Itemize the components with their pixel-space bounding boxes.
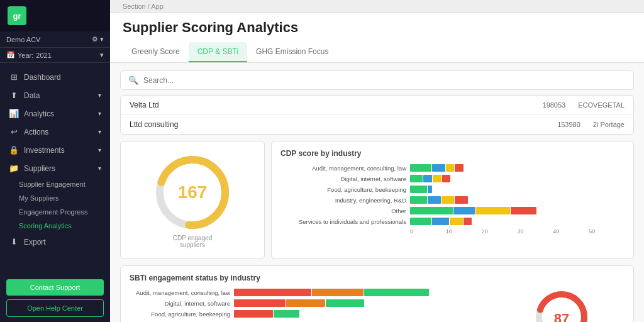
contact-support-button[interactable]: Contact Support <box>6 279 104 296</box>
bar-segment <box>455 164 464 172</box>
bar-segment <box>410 207 453 214</box>
supplier-name: Velta Ltd <box>130 101 530 109</box>
bar-segment <box>450 218 462 225</box>
sidebar-item-label: Actions <box>24 128 48 136</box>
sidebar-item-investments[interactable]: 🔒 Investments ▾ <box>0 141 110 159</box>
year-selector[interactable]: 📅 Year: 2021 ▾ <box>0 48 110 63</box>
chevron-down-icon: ▾ <box>98 110 101 117</box>
bar-row: Industry, engineering, R&D <box>280 196 625 204</box>
bar-segment <box>364 289 429 296</box>
bar-label: Services to individuals and professional… <box>280 218 406 225</box>
sidebar-item-label: Export <box>24 238 46 247</box>
bar-row: Digital, internet, software <box>280 175 625 182</box>
year-value: 2021 <box>36 52 51 59</box>
bar-segment <box>455 196 467 204</box>
bar-segment <box>274 310 299 318</box>
chevron-down-icon: ▾ <box>98 92 101 99</box>
bar-row: Food, agriculture, beekeeping <box>130 310 492 318</box>
bar-segments <box>234 310 492 318</box>
main-content: Section / App Supplier Scoring Analytics… <box>110 0 644 322</box>
analytics-grid: 167 CDP engaged suppliers CDP score by i… <box>120 141 634 259</box>
sub-item-label: Scoring Analytics <box>19 222 72 230</box>
bar-label: Audit, management, consulting, law <box>130 289 230 296</box>
sidebar-item-supplier-engagement[interactable]: Supplier Engagement <box>0 177 110 191</box>
tab-greenly-score[interactable]: Greenly Score <box>123 42 189 62</box>
sidebar-item-label: Data <box>24 91 40 100</box>
sidebar-item-analytics[interactable]: 📊 Analytics ▾ <box>0 104 110 123</box>
bar-segments <box>410 218 625 225</box>
bar-segment <box>410 196 427 204</box>
bar-row: Audit, management, consulting, law <box>280 164 625 172</box>
sidebar-item-data[interactable]: ⬆ Data ▾ <box>0 86 110 104</box>
page-title: Supplier Scoring Analytics <box>123 19 631 36</box>
bar-segment <box>410 175 423 182</box>
bar-segments <box>410 164 625 172</box>
chevron-down-icon: ▾ <box>98 165 101 172</box>
search-input[interactable] <box>143 76 626 85</box>
supplier-id: 153980 <box>557 121 580 128</box>
account-selector[interactable]: Demo ACV ⚙ ▾ <box>0 31 110 48</box>
bar-segment <box>464 218 472 225</box>
chevron-down-icon: ▾ <box>98 147 101 153</box>
page-header: Supplier Scoring Analytics Greenly Score… <box>110 13 644 63</box>
account-chevron-icon: ⚙ ▾ <box>92 35 104 43</box>
sidebar-item-dashboard[interactable]: ⊞ Dashboard <box>0 68 110 86</box>
content-area: 🔍 Velta Ltd 198053 ECOVEGETAL Lttd consu… <box>110 63 644 322</box>
sidebar-item-export[interactable]: ⬇ Export <box>0 233 110 251</box>
sbti-grid: Audit, management, consulting, lawDigita… <box>130 289 625 322</box>
sidebar-item-actions[interactable]: ↩ Actions ▾ <box>0 123 110 141</box>
bar-row: Digital, internet, software <box>130 299 492 307</box>
account-label: Demo ACV <box>6 36 40 43</box>
bar-label: Audit, management, consulting, law <box>280 165 406 172</box>
bar-segment <box>432 218 449 225</box>
bar-segment <box>234 299 286 307</box>
bar-segment <box>432 164 445 172</box>
open-help-center-button[interactable]: Open Help Center <box>6 299 104 317</box>
bar-segments <box>410 186 625 193</box>
donut-value: 167 <box>178 182 208 203</box>
bar-segment <box>441 196 454 204</box>
tab-cdp-sbti[interactable]: CDP & SBTi <box>189 42 247 62</box>
sidebar-item-scoring-analytics[interactable]: Scoring Analytics <box>0 219 110 233</box>
supplier-list: Velta Ltd 198053 ECOVEGETAL Lttd consult… <box>120 95 634 135</box>
bar-label: Digital, internet, software <box>280 175 406 182</box>
bar-segments <box>410 196 625 204</box>
logo-area: gr <box>0 0 110 31</box>
bar-label: Other <box>280 208 406 214</box>
analytics-icon: 📊 <box>9 109 19 118</box>
bar-row: Services to individuals and professional… <box>280 218 625 225</box>
donut-center: 167 <box>178 182 208 203</box>
supplier-eco: ECOVEGETAL <box>578 101 625 109</box>
table-row[interactable]: Lttd consulting 153980 2i Portage <box>121 115 633 134</box>
bar-label: Industry, engineering, R&D <box>280 197 406 204</box>
supplier-eco: 2i Portage <box>593 121 625 128</box>
sbti-chart-title: SBTi engagement status by industry <box>130 274 625 282</box>
sidebar-item-my-suppliers[interactable]: My Suppliers <box>0 191 110 205</box>
bar-label: Food, agriculture, beekeeping <box>130 311 230 318</box>
bar-segment <box>428 196 440 204</box>
axis-labels: 0 10 20 30 40 50 <box>410 228 625 235</box>
bar-segment <box>312 289 364 296</box>
tab-ghg-emission-focus[interactable]: GHG Emission Focus <box>247 42 337 62</box>
table-row[interactable]: Velta Ltd 198053 ECOVEGETAL <box>121 96 633 115</box>
sidebar-item-suppliers[interactable]: 📁 Suppliers ▾ <box>0 159 110 177</box>
supplier-id: 198053 <box>543 101 566 109</box>
bar-segment <box>423 175 432 182</box>
suppliers-icon: 📁 <box>9 164 19 173</box>
cdp-bar-chart-card: CDP score by industry Audit, management,… <box>271 141 634 259</box>
donut-chart-card: 167 CDP engaged suppliers <box>120 141 265 259</box>
year-chevron-icon: ▾ <box>100 51 104 59</box>
data-icon: ⬆ <box>9 91 19 100</box>
bar-row: Audit, management, consulting, law <box>130 289 492 296</box>
bar-label: Digital, internet, software <box>130 300 230 307</box>
sub-item-label: Engagement Progress <box>19 208 87 216</box>
bar-segment <box>442 175 451 182</box>
cdp-chart-title: CDP score by industry <box>280 149 625 158</box>
bar-segment <box>453 207 475 214</box>
year-label: Year: <box>18 52 33 59</box>
dashboard-icon: ⊞ <box>9 72 19 82</box>
bar-row: Other <box>280 207 625 214</box>
sidebar-item-engagement-progress[interactable]: Engagement Progress <box>0 205 110 219</box>
bar-segment <box>234 289 311 296</box>
bar-segment <box>410 186 427 193</box>
